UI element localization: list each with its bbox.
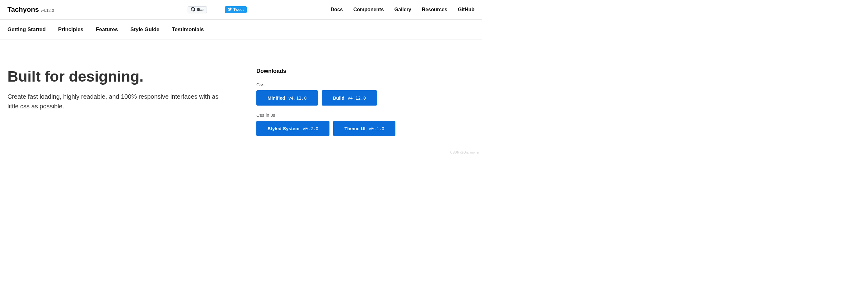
nav-components[interactable]: Components (353, 7, 384, 12)
hero-title: Built for designing. (7, 68, 238, 85)
github-icon (191, 7, 195, 12)
downloads-heading: Downloads (256, 68, 474, 75)
download-button-version: v0.2.0 (303, 126, 318, 131)
brand-version: v4.12.0 (41, 8, 54, 13)
top-header: Tachyons v4.12.0 Star Tweet Docs Compone… (0, 0, 482, 20)
download-button-version: v0.1.0 (369, 126, 384, 131)
social-buttons: Star Tweet (138, 6, 247, 13)
hero-section: Built for designing. Create fast loading… (0, 40, 482, 155)
github-star-label: Star (197, 7, 204, 12)
download-group-css: Css Minified v4.12.0 Build v4.12.0 (256, 82, 474, 106)
subnav-style-guide[interactable]: Style Guide (130, 26, 160, 33)
subnav-features[interactable]: Features (96, 26, 118, 33)
main-nav: Docs Components Gallery Resources GitHub (331, 7, 474, 12)
hero-subtitle: Create fast loading, highly readable, an… (7, 92, 219, 111)
download-button-label: Theme UI (344, 126, 366, 131)
download-button-version: v4.12.0 (288, 95, 307, 101)
github-star-button[interactable]: Star (188, 6, 207, 13)
twitter-icon (228, 7, 232, 12)
download-button-label: Build (333, 95, 345, 101)
twitter-tweet-label: Tweet (233, 7, 244, 12)
nav-gallery[interactable]: Gallery (395, 7, 411, 12)
hero-left: Built for designing. Create fast loading… (7, 68, 238, 143)
download-theme-ui-button[interactable]: Theme UI v0.1.0 (333, 121, 396, 136)
download-button-label: Styled System (268, 126, 300, 131)
download-row: Styled System v0.2.0 Theme UI v0.1.0 (256, 121, 474, 136)
subnav-principles[interactable]: Principles (58, 26, 83, 33)
nav-github[interactable]: GitHub (458, 7, 474, 12)
subnav-testimonials[interactable]: Testimonials (172, 26, 204, 33)
download-button-label: Minified (268, 95, 285, 101)
download-group-label: Css (256, 82, 474, 87)
sub-nav: Getting Started Principles Features Styl… (0, 20, 482, 40)
brand[interactable]: Tachyons v4.12.0 (7, 6, 54, 14)
download-styled-system-button[interactable]: Styled System v0.2.0 (256, 121, 330, 136)
nav-docs[interactable]: Docs (331, 7, 343, 12)
watermark: CSDN @Qianmo_er (450, 151, 479, 154)
download-row: Minified v4.12.0 Build v4.12.0 (256, 90, 474, 106)
download-build-button[interactable]: Build v4.12.0 (322, 90, 377, 106)
brand-name: Tachyons (7, 6, 39, 14)
download-minified-button[interactable]: Minified v4.12.0 (256, 90, 318, 106)
nav-resources[interactable]: Resources (422, 7, 447, 12)
downloads-section: Downloads Css Minified v4.12.0 Build v4.… (256, 68, 474, 143)
subnav-getting-started[interactable]: Getting Started (7, 26, 46, 33)
download-group-label: Css in Js (256, 112, 474, 118)
twitter-tweet-button[interactable]: Tweet (225, 6, 247, 13)
download-button-version: v4.12.0 (347, 95, 366, 101)
download-group-cssinjs: Css in Js Styled System v0.2.0 Theme UI … (256, 112, 474, 136)
